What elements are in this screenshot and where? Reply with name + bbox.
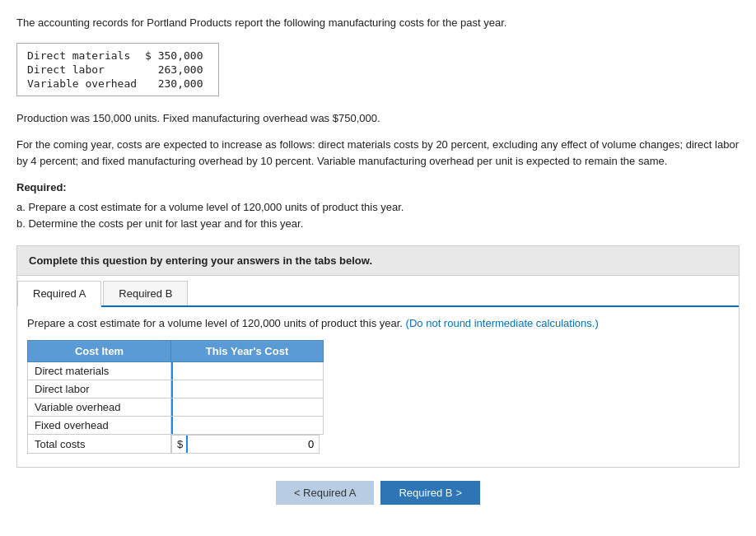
table-row: Total costs $ [28,434,324,454]
col-this-years-cost: This Year's Cost [171,340,324,361]
para1: Production was 150,000 units. Fixed manu… [16,110,740,127]
table-row: Direct labor [28,380,324,398]
required-label: Required: [16,179,740,196]
required-b: b. Determine the costs per unit for last… [16,216,740,232]
table-row: Direct materials [28,361,324,380]
tabs-header: Required A Required B [17,276,739,307]
intro-text: The accounting records for Portland Prod… [16,15,740,31]
col-cost-item: Cost Item [28,340,171,361]
total-input-cell: $ [171,435,320,454]
row-input[interactable] [171,362,323,380]
next-label: Required B [399,487,452,499]
next-button[interactable]: Required B > [380,481,480,505]
cost-entry-table: Cost Item This Year's Cost Direct materi… [27,340,324,454]
row-input[interactable] [171,380,323,398]
row-input[interactable] [171,399,323,416]
tabs-area: Required A Required B Prepare a cost est… [16,276,740,468]
tab-required-b[interactable]: Required B [103,281,188,305]
row-label: Variable overhead [28,398,171,416]
table-row: Fixed overhead [28,416,324,434]
total-input[interactable] [186,436,319,453]
row-input-cell [171,416,324,434]
row-label: Direct materials [28,361,171,380]
complete-box: Complete this question by entering your … [16,245,740,276]
row-input-cell [171,380,324,398]
row-input-cell [171,398,324,416]
dollar-sign: $ [172,436,186,453]
tab-required-a[interactable]: Required A [17,281,101,307]
bottom-nav: < Required A Required B > [16,481,740,505]
next-arrow-icon: > [455,487,462,499]
row-label: Fixed overhead [28,416,171,434]
row-label: Total costs [28,434,171,454]
table-row: Variable overhead [28,398,324,416]
row-input[interactable] [171,417,323,434]
tab-content: Prepare a cost estimate for a volume lev… [17,307,739,467]
para2: For the coming year, costs are expected … [16,137,740,170]
row-label: Direct labor [28,380,171,398]
initial-cost-table: Direct materials$ 350,000Direct labor263… [16,43,219,96]
prev-button[interactable]: < Required A [276,481,375,505]
required-a: a. Prepare a cost estimate for a volume … [16,199,740,216]
tab-instruction-note: (Do not round intermediate calculations.… [406,317,599,329]
required-section: Required: a. Prepare a cost estimate for… [16,179,740,232]
tab-instruction: Prepare a cost estimate for a volume lev… [27,315,729,332]
row-input-cell [171,361,324,380]
